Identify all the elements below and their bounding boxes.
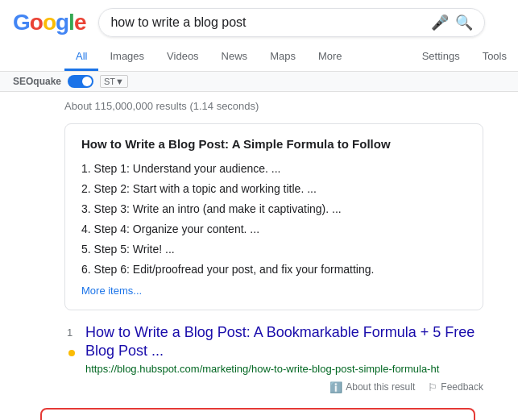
feedback-icon-top: ⚐ xyxy=(428,381,437,393)
header: Google 🎤 🔍 xyxy=(0,0,518,37)
result-url: https://blog.hubspot.com/marketing/how-t… xyxy=(85,363,505,375)
result-meta: ℹ️ About this result ⚐ Feedback xyxy=(64,378,483,400)
feedback-label-top: Feedback xyxy=(441,381,483,393)
microphone-icon[interactable]: 🎤 xyxy=(431,14,449,31)
search-icon[interactable]: 🔍 xyxy=(455,14,473,31)
google-logo: Google xyxy=(13,10,85,35)
about-result-button[interactable]: ℹ️ About this result xyxy=(329,381,415,393)
seoquake-toggle[interactable] xyxy=(68,75,93,88)
seoquake-top-bar: SEOquake ST▼ xyxy=(0,72,518,92)
snippet-step-1: 1. Step 1: Understand your audience. ... xyxy=(81,159,466,179)
result-dot xyxy=(68,350,75,356)
st-badge[interactable]: ST▼ xyxy=(100,75,128,88)
tab-maps[interactable]: Maps xyxy=(259,44,307,71)
snippet-step-3: 3. Step 3: Write an intro (and make it c… xyxy=(81,199,466,219)
result-number: 1 xyxy=(67,325,77,339)
tab-tools[interactable]: Tools xyxy=(471,44,518,71)
feedback-button-top[interactable]: ⚐ Feedback xyxy=(428,381,483,393)
snippet-step-5: 5. Step 5: Write! ... xyxy=(81,239,466,260)
tab-videos[interactable]: Videos xyxy=(155,44,210,71)
nav-tabs: All Images Videos News Maps More Setting… xyxy=(0,37,518,72)
search-result-row: 1 How to Write a Blog Post: A Bookmarkab… xyxy=(64,320,505,378)
tab-all[interactable]: All xyxy=(64,44,98,71)
search-input[interactable] xyxy=(110,15,425,30)
featured-snippet: How to Write a Blog Post: A Simple Formu… xyxy=(64,123,483,310)
seoquake-label: SEOquake xyxy=(13,76,61,87)
paa-wrapper: People also ask How do you start a blog … xyxy=(56,408,505,420)
tab-settings[interactable]: Settings xyxy=(411,44,471,71)
about-result-label: About this result xyxy=(346,381,415,393)
snippet-step-2: 2. Step 2: Start with a topic and workin… xyxy=(81,179,466,199)
info-icon: ℹ️ xyxy=(329,381,342,393)
results-area: About 115,000,000 results (1.14 seconds)… xyxy=(0,92,518,420)
result-content: How to Write a Blog Post: A Bookmarkable… xyxy=(85,323,505,375)
search-bar: 🎤 🔍 xyxy=(98,8,485,37)
snippet-title: How to Write a Blog Post: A Simple Formu… xyxy=(81,137,466,151)
people-also-ask-section: People also ask How do you start a blog … xyxy=(40,408,475,420)
result-title-link[interactable]: How to Write a Blog Post: A Bookmarkable… xyxy=(85,324,474,359)
toggle-knob xyxy=(82,77,92,86)
tab-news[interactable]: News xyxy=(210,44,259,71)
snippet-more-items[interactable]: More items... xyxy=(81,285,466,297)
snippet-list: 1. Step 1: Understand your audience. ...… xyxy=(81,159,466,280)
snippet-step-4: 4. Step 4: Organize your content. ... xyxy=(81,219,466,239)
snippet-step-6: 6. Step 6: Edit/proofread your post, and… xyxy=(81,260,466,280)
tab-more[interactable]: More xyxy=(307,44,354,71)
tab-images[interactable]: Images xyxy=(98,44,155,71)
results-count: About 115,000,000 results (1.14 seconds) xyxy=(64,95,505,117)
